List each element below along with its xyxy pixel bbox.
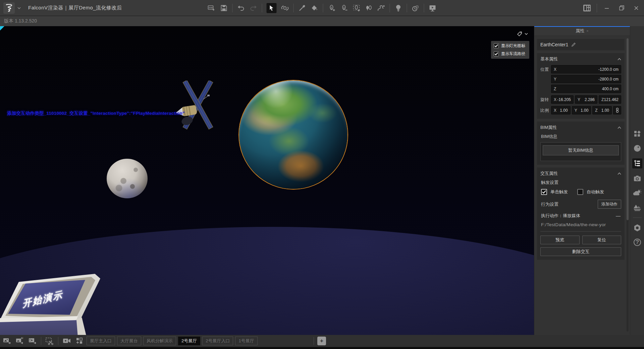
help-button[interactable]: ? — [633, 238, 642, 247]
crop-capture-button[interactable] — [45, 337, 54, 345]
display-options-toggle[interactable] — [516, 30, 529, 38]
time-of-day-button[interactable] — [412, 4, 420, 12]
restore-icon — [619, 5, 624, 10]
tab-close-icon[interactable]: × — [586, 29, 588, 33]
scale-z-field[interactable]: Z 1.00 — [592, 106, 612, 114]
redo-button[interactable] — [250, 4, 258, 12]
foliage-remove-button[interactable] — [340, 4, 348, 12]
light-bulb-icon — [395, 4, 402, 12]
option-show-light-icons[interactable]: 显示灯光图标 — [494, 43, 527, 49]
tab-turbine-demo[interactable]: 风机分解演示 — [143, 337, 176, 345]
eyedropper-tool-button[interactable] — [298, 4, 306, 12]
app-logo[interactable] — [3, 2, 15, 14]
outliner-button-active[interactable] — [632, 158, 642, 168]
tab-lobby-booth[interactable]: 大厅展台 — [117, 337, 141, 345]
add-scene-tab-button[interactable]: + — [317, 337, 326, 345]
svg-text:AI: AI — [21, 337, 23, 339]
tab-hall-main-entrance[interactable]: 展厅主入口 — [87, 337, 115, 345]
auto-trigger-checkbox[interactable] — [577, 189, 583, 195]
remove-action-button[interactable]: — — [616, 213, 621, 218]
bim-empty-button[interactable]: 暂无BIM信息 — [543, 145, 619, 155]
chevron-down-icon[interactable] — [17, 7, 21, 9]
edit-pencil-icon[interactable] — [571, 42, 576, 47]
outliner-icon — [634, 160, 641, 167]
toolbar-divider — [314, 337, 314, 345]
orbit-tool-button[interactable] — [281, 4, 289, 12]
viewport-3d[interactable]: 添加交互动作类型_11010002_交互设置_"InteractionType"… — [0, 26, 534, 335]
foliage-paint-button[interactable] — [365, 4, 373, 12]
click-trigger-checkbox[interactable] — [541, 189, 547, 195]
ai-screenshot-export-button[interactable]: AI — [15, 337, 24, 345]
tab-hall-2-entrance[interactable]: 2号展厅入口 — [202, 337, 233, 345]
earth-object-selected[interactable] — [239, 81, 347, 189]
foliage-select-add-icon — [353, 4, 360, 12]
image-export-icon — [3, 337, 11, 345]
position-z-field[interactable]: Z 400.0 cm — [551, 85, 621, 93]
scale-link-toggle[interactable] — [613, 106, 621, 114]
toolbar-divider — [407, 4, 407, 12]
falconv-logo-icon — [5, 4, 13, 12]
position-y-field[interactable]: Y -2800.0 cm — [551, 75, 621, 83]
paint-bucket-tool-button[interactable] — [311, 4, 319, 12]
save-button[interactable] — [220, 4, 228, 12]
collapse-chevron-icon[interactable] — [618, 127, 621, 129]
spline-path-button[interactable] — [377, 4, 385, 12]
select-tool-button[interactable] — [267, 3, 277, 13]
moon-object[interactable] — [107, 159, 148, 198]
close-button[interactable] — [631, 3, 641, 13]
properties-tab[interactable]: 属性 × — [534, 26, 630, 36]
toolbar-divider — [293, 4, 294, 12]
camera-button[interactable] — [633, 174, 642, 183]
terrain-button[interactable] — [633, 203, 642, 212]
rotation-x-field[interactable]: X -16.205 — [551, 95, 574, 104]
collapse-chevron-icon[interactable] — [618, 172, 621, 175]
tab-hall-1[interactable]: 1号展厅 — [235, 337, 257, 345]
collapse-chevron-icon[interactable] — [618, 58, 621, 60]
settings-button[interactable] — [633, 223, 642, 232]
podium-kiosk[interactable]: 开始演示 — [0, 267, 107, 335]
satellite-object[interactable] — [174, 81, 222, 131]
position-x-field[interactable]: X -1200.0 cm — [551, 65, 621, 73]
media-screen-button[interactable] — [429, 4, 437, 12]
add-action-button[interactable]: 添加动作 — [598, 200, 621, 209]
delete-interaction-button[interactable]: 删除交互 — [540, 247, 621, 256]
material-sphere-button[interactable] — [633, 144, 642, 153]
object-name-box: EarthCenter1 — [537, 39, 625, 50]
add-layout-button[interactable] — [75, 337, 84, 345]
checkbox-checked-icon[interactable] — [494, 51, 499, 56]
foliage-add-button[interactable] — [328, 4, 336, 12]
foliage-select-add-button[interactable] — [353, 4, 361, 12]
media-screen-icon — [429, 4, 437, 12]
panel-scrollbar[interactable] — [627, 38, 629, 332]
help-icon: ? — [634, 239, 641, 246]
section-basic-properties: 基本属性 位置 X -1200.0 cm Y -2800.0 — [537, 53, 625, 119]
media-path-text: F:/TestData/Media/the-new-yor — [541, 222, 621, 227]
checkbox-checked-icon[interactable] — [494, 43, 499, 48]
export-exe-button[interactable]: EXE — [208, 4, 216, 12]
restore-button[interactable] — [616, 3, 627, 13]
scale-y-field[interactable]: Y 1.00 — [572, 106, 591, 114]
minimize-button[interactable] — [602, 3, 612, 13]
assets-modules-button[interactable] — [633, 130, 642, 138]
screenshot-export-button[interactable] — [3, 337, 11, 345]
bottom-toolbar: AI — [0, 335, 644, 347]
crop-scissors-icon — [45, 337, 54, 345]
reset-button[interactable]: 复位 — [582, 236, 622, 244]
podium-body — [0, 320, 80, 335]
tag-icon — [517, 31, 522, 37]
video-export-button[interactable] — [28, 337, 37, 345]
add-camera-button[interactable] — [62, 337, 71, 345]
version-bar: 版本 1.13.2.520 — [0, 16, 644, 26]
rotation-z-field[interactable]: Z 121.462 — [599, 95, 621, 104]
preview-button[interactable]: 预览 — [540, 236, 580, 244]
scale-x-field[interactable]: X 1.00 — [551, 106, 571, 114]
weather-button[interactable] — [633, 189, 642, 197]
light-tool-button[interactable] — [394, 4, 402, 12]
undo-button[interactable] — [237, 4, 245, 12]
option-show-traffic-paths[interactable]: 显示车流路径 — [494, 51, 527, 57]
layout-panels-button[interactable] — [582, 3, 592, 13]
app-window: FalconV渲染器｜展厅Demo_流化修改后 EXE — [0, 0, 644, 349]
tab-hall-2-active[interactable]: 2号展厅 — [178, 337, 200, 345]
rotation-y-field[interactable]: Y 2.286 — [575, 95, 597, 104]
strip-divider — [633, 217, 642, 218]
